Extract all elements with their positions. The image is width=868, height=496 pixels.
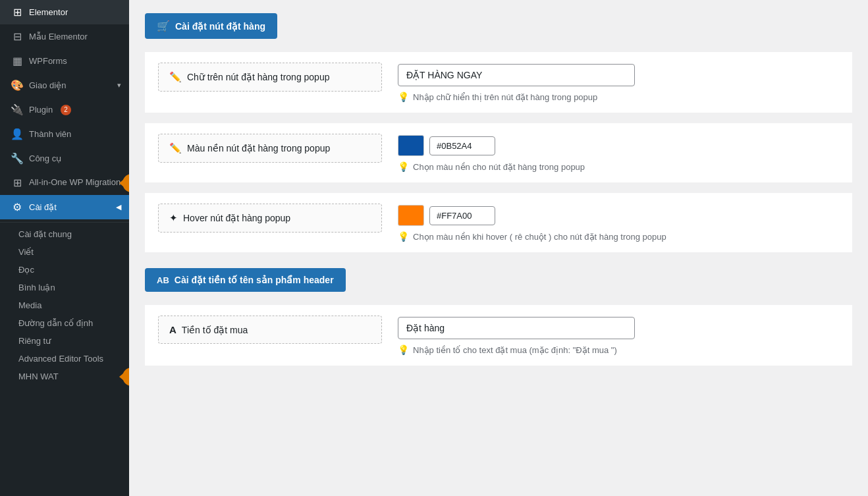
giao-dien-icon: 🎨 [11, 79, 24, 92]
sidebar-item-mau-elementor[interactable]: ⊟ Mẫu Elementor [0, 24, 129, 49]
sidebar-item-elementor[interactable]: ⊞ Elementor [0, 0, 129, 24]
sidebar-sub-cai-dat-chung[interactable]: Cài đặt chung [0, 225, 129, 243]
label-hover-nut: ✦ Hover nút đặt hàng popup [158, 204, 382, 233]
sidebar-sub-binh-luan[interactable]: Bình luận [0, 279, 129, 296]
sidebar-item-cai-dat[interactable]: ⚙ Cài đặt ◀ [0, 195, 129, 219]
cart-icon: 🛒 [157, 20, 170, 32]
hint-hover-nut: 💡 Chọn màu nền khi hover ( rê chuột ) ch… [398, 231, 839, 242]
color-input-mau-nen [398, 135, 839, 156]
hint-chu-tren-nut: 💡 Nhập chữ hiển thị trên nút đặt hàng tr… [398, 92, 839, 102]
label-tien-to: A Tiền tố đặt mua [158, 316, 382, 344]
label-chu-tren-nut: ✏️ Chữ trên nút đặt hàng trong popup [158, 63, 382, 92]
hint-mau-nen: 💡 Chọn màu nền cho nút đặt hàng trong po… [398, 161, 839, 172]
sidebar-item-label: Cài đặt [29, 202, 57, 212]
row-chu-tren-nut: ✏️ Chữ trên nút đặt hàng trong popup 💡 N… [145, 52, 852, 113]
sidebar-item-label: Mẫu Elementor [29, 32, 88, 41]
mau-elementor-icon: ⊟ [11, 30, 24, 43]
sidebar: ⊞ Elementor ⊟ Mẫu Elementor ▦ WPForms 🎨 … [0, 0, 129, 496]
hint-icon-1: 💡 [398, 92, 409, 102]
ab-icon: AB [157, 275, 169, 285]
paint-icon-1: ✏️ [169, 142, 182, 154]
sidebar-item-label: Công cụ [29, 153, 61, 163]
label-text-1: Chữ trên nút đặt hàng trong popup [187, 72, 329, 82]
hint-icon-3: 💡 [398, 231, 409, 242]
section2-header-label: Cài đặt tiền tố tên sản phẩm header [175, 275, 334, 285]
sidebar-item-label: Giao diện [29, 80, 66, 90]
sidebar-item-label: Elementor [29, 7, 68, 17]
thanh-vien-icon: 👤 [11, 128, 24, 140]
color-swatch-2[interactable] [398, 205, 424, 226]
sidebar-item-all-in-one[interactable]: ⊞ All-in-One WP Migration 1 [0, 171, 129, 195]
edit-icon-1: ✏️ [169, 71, 182, 83]
sidebar-sub-rieng-tu[interactable]: Riêng tư [0, 332, 129, 350]
sidebar-sub-mhn-wat[interactable]: MHN WAT 2 [0, 368, 129, 385]
sidebar-sub-media[interactable]: Media [0, 296, 129, 314]
input-chu-tren-nut[interactable] [398, 64, 635, 86]
color-code-1[interactable] [429, 136, 495, 155]
elementor-icon: ⊞ [11, 6, 24, 18]
color-code-2[interactable] [429, 206, 495, 225]
bubble-1: 1 [122, 174, 129, 192]
cong-cu-icon: 🔧 [11, 152, 24, 165]
row-mau-nen: ✏️ Màu nền nút đặt hàng trong popup 💡 Ch… [145, 123, 852, 182]
sidebar-item-label: WPForms [29, 56, 67, 66]
section1-header-btn[interactable]: 🛒 Cài đặt nút đặt hàng [145, 13, 277, 39]
main-content: 🛒 Cài đặt nút đặt hàng ✏️ Chữ trên nút đ… [129, 0, 868, 496]
label-text-4: Tiền tố đặt mua [182, 325, 248, 335]
label-text-2: Màu nền nút đặt hàng trong popup [187, 143, 330, 153]
sidebar-item-label: All-in-One WP Migration [29, 177, 121, 188]
sidebar-item-giao-dien[interactable]: 🎨 Giao diện ▾ [0, 73, 129, 97]
input-tien-to[interactable] [398, 317, 635, 339]
all-in-one-icon: ⊞ [11, 177, 24, 189]
sidebar-item-plugin[interactable]: 🔌 Plugin 2 [0, 97, 129, 122]
label-mau-nen: ✏️ Màu nền nút đặt hàng trong popup [158, 134, 382, 163]
row-hover-nut: ✦ Hover nút đặt hàng popup 💡 Chọn màu nề… [145, 193, 852, 252]
color-swatch-1[interactable] [398, 135, 424, 156]
sidebar-item-thanh-vien[interactable]: 👤 Thành viên [0, 122, 129, 146]
text-a-icon: A [169, 324, 176, 335]
bubble-2: 2 [122, 368, 129, 386]
row-tien-to: A Tiền tố đặt mua 💡 Nhập tiền tố cho tex… [145, 305, 852, 366]
wpforms-icon: ▦ [11, 55, 24, 67]
sidebar-sub-duong-dan[interactable]: Đường dẫn cố định [0, 314, 129, 332]
sidebar-sub-viet[interactable]: Viết [0, 243, 129, 261]
sidebar-item-label: Plugin [29, 105, 53, 115]
sidebar-item-label: Thành viên [29, 129, 71, 139]
section2-header-btn[interactable]: AB Cài đặt tiền tố tên sản phẩm header [145, 268, 346, 292]
sidebar-item-cong-cu[interactable]: 🔧 Công cụ [0, 146, 129, 171]
hint-icon-2: 💡 [398, 161, 409, 172]
label-text-3: Hover nút đặt hàng popup [183, 213, 290, 223]
section1-header-label: Cài đặt nút đặt hàng [175, 21, 265, 32]
sidebar-sub-advanced-editor[interactable]: Advanced Editor Tools [0, 350, 129, 368]
plugin-icon: 🔌 [11, 103, 24, 116]
hint-icon-4: 💡 [398, 344, 409, 355]
sidebar-sub-doc[interactable]: Đọc [0, 261, 129, 279]
mhn-wat-label: MHN WAT [18, 372, 59, 381]
hover-icon: ✦ [169, 212, 178, 224]
cai-dat-icon: ⚙ [11, 201, 24, 213]
hint-tien-to: 💡 Nhập tiền tố cho text đặt mua (mặc địn… [398, 344, 839, 355]
plugin-badge: 2 [61, 105, 71, 115]
sidebar-item-wpforms[interactable]: ▦ WPForms [0, 49, 129, 73]
color-input-hover [398, 205, 839, 226]
